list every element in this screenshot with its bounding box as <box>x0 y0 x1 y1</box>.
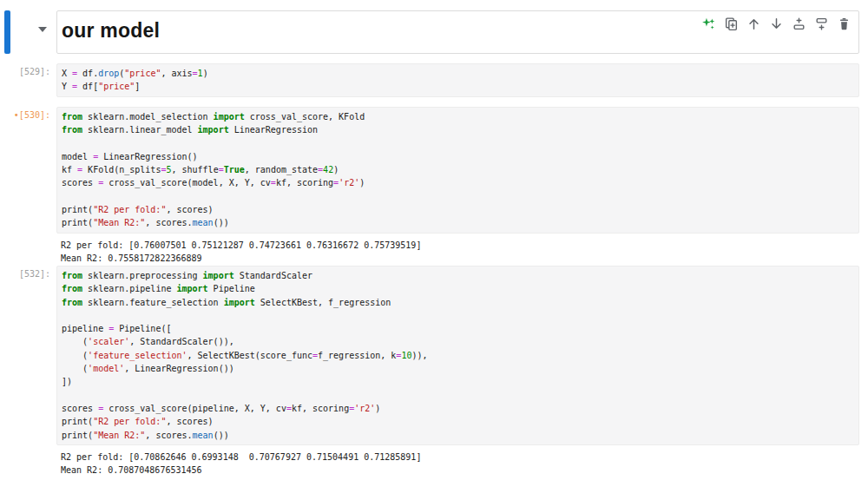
output-line: R2 per fold: [0.76007501 0.75121287 0.74… <box>61 239 852 252</box>
duplicate-cell-icon[interactable] <box>724 16 739 31</box>
code-token: ) <box>375 404 380 413</box>
code-editor[interactable]: from sklearn.preprocessing import Standa… <box>56 266 859 445</box>
code-token: from <box>62 271 82 280</box>
code-token: mean <box>193 218 214 227</box>
code-token: from <box>62 125 82 135</box>
code-token: scores <box>62 404 98 413</box>
code-token: ) <box>359 178 365 188</box>
code-token: cross_val_score(model, X, Y, cv <box>103 178 271 188</box>
code-token: pipeline <box>62 324 108 333</box>
execution-count: [529]: <box>2 67 50 76</box>
code-token: , SelectKBest(score_func <box>187 351 313 360</box>
code-token: True <box>224 165 245 174</box>
code-token: StandardScaler <box>234 271 312 280</box>
code-token: 42 <box>323 165 333 174</box>
code-token: "R2 per fold:" <box>93 417 166 426</box>
code-token: "Mean R2:" <box>93 431 145 440</box>
code-token: model <box>62 152 93 161</box>
code-token: LinearRegression <box>229 125 318 135</box>
move-cell-up-icon[interactable] <box>746 16 761 31</box>
code-token: "R2 per fold:" <box>93 205 166 214</box>
code-token: import <box>224 298 255 307</box>
code-token: , axis <box>161 69 192 78</box>
code-token: "price" <box>124 69 161 78</box>
code-token: drop <box>98 69 119 78</box>
code-cell: •[530]: from sklearn.model_selection imp… <box>56 107 859 265</box>
output-line: R2 per fold: [0.70862646 0.6993148 0.707… <box>61 451 852 464</box>
code-token: kf <box>62 165 77 174</box>
move-cell-down-icon[interactable] <box>769 16 784 31</box>
code-cell: [529]: X = df.drop("price", axis=1)Y = d… <box>56 63 859 97</box>
code-token: import <box>176 284 207 293</box>
code-token: , scores) <box>166 205 213 214</box>
output-line: Mean R2: 0.7087048676531456 <box>61 464 852 477</box>
code-token: Pipeline([ <box>114 324 171 333</box>
ai-sparkles-icon[interactable] <box>701 16 716 31</box>
code-token: mean <box>193 431 214 440</box>
cell-toolbar <box>701 16 852 31</box>
code-token: sklearn.linear_model <box>82 125 197 135</box>
code-token: ) <box>203 69 208 78</box>
code-token: df[ <box>77 82 98 91</box>
code-token: ()) <box>214 431 229 440</box>
code-token: 'scaler' <box>88 337 129 346</box>
code-token: "Mean R2:" <box>93 218 145 227</box>
code-token: SelectKBest, f_regression <box>255 298 391 307</box>
code-token: kf, scoring <box>292 404 349 413</box>
code-token: 'r2' <box>354 404 375 413</box>
code-token: ()) <box>214 218 229 227</box>
cell-output: R2 per fold: [0.70862646 0.6993148 0.707… <box>56 445 859 477</box>
code-token: Pipeline <box>208 284 255 293</box>
execution-count: [532]: <box>2 269 50 279</box>
code-token: , LinearRegression()) <box>124 364 233 373</box>
code-token: from <box>62 112 82 122</box>
code-token: "price" <box>98 82 135 91</box>
code-token: cross_val_score(pipeline, X, Y, cv <box>103 404 286 413</box>
code-editor[interactable]: from sklearn.model_selection import cros… <box>56 107 859 234</box>
code-token: import <box>198 125 229 135</box>
code-token: ( <box>62 351 88 360</box>
code-token: sklearn.model_selection <box>82 112 214 122</box>
output-line: Mean R2: 0.7558172822366889 <box>61 252 852 265</box>
markdown-cell[interactable]: our model <box>56 10 859 54</box>
code-token: ( <box>62 364 88 373</box>
delete-cell-icon[interactable] <box>837 16 852 31</box>
insert-cell-below-icon[interactable] <box>814 16 829 31</box>
code-token: print( <box>62 218 93 227</box>
code-token: import <box>214 112 245 122</box>
code-token: 'r2' <box>339 178 359 188</box>
code-token: f_regression, k <box>318 351 396 360</box>
code-token: sklearn.feature_selection <box>82 298 224 307</box>
code-token: kf, scoring <box>276 178 333 188</box>
code-token: print( <box>62 417 93 426</box>
code-token: ( <box>62 337 88 346</box>
code-token: import <box>203 271 234 280</box>
code-token: )), <box>411 351 427 360</box>
code-token: 'model' <box>88 364 124 373</box>
code-token: ]) <box>62 377 72 386</box>
heading-collapse-chevron-icon[interactable] <box>38 27 47 32</box>
code-token: LinearRegression() <box>98 152 197 161</box>
code-token: ] <box>135 82 140 91</box>
code-token: , scores) <box>166 417 213 426</box>
code-token: Y <box>62 82 72 91</box>
code-token: scores <box>62 178 98 188</box>
code-token: , random_state <box>245 165 318 174</box>
code-token: from <box>62 284 82 293</box>
code-editor[interactable]: X = df.drop("price", axis=1)Y = df["pric… <box>56 63 859 97</box>
code-token: print( <box>62 205 93 214</box>
code-token: sklearn.pipeline <box>82 284 176 293</box>
code-token: cross_val_score, KFold <box>245 112 365 122</box>
code-token: sklearn.preprocessing <box>82 271 202 280</box>
execution-count: •[530]: <box>2 110 50 120</box>
code-token: KFold(n_splits <box>82 165 161 174</box>
insert-cell-above-icon[interactable] <box>792 16 806 31</box>
code-token: , shuffle <box>171 165 218 174</box>
selected-cell-collapser[interactable] <box>4 10 10 54</box>
code-token: df. <box>77 69 98 78</box>
code-token: , scores. <box>145 218 192 227</box>
code-token: X <box>62 69 72 78</box>
code-token: , StandardScaler()), <box>129 337 233 346</box>
code-token: print( <box>62 431 93 440</box>
code-token: ) <box>333 165 339 174</box>
